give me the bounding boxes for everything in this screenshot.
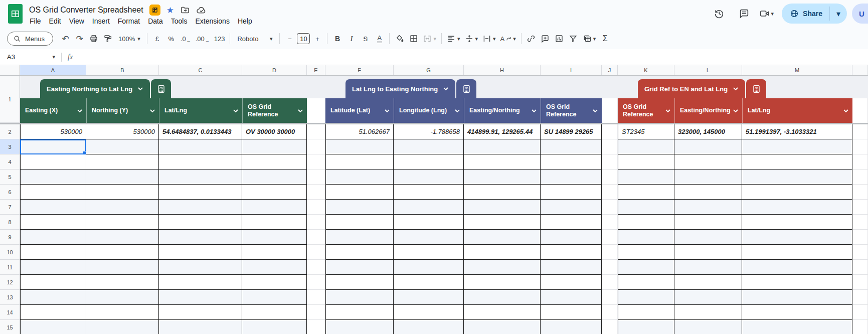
cell-C8[interactable] [159,215,242,230]
cell-G3[interactable] [394,139,464,154]
column-header-I[interactable]: I [541,65,602,75]
table-chip-3[interactable]: Grid Ref to EN and Lat Lng [638,79,745,98]
cell-I11[interactable] [541,260,602,275]
cell-I10[interactable] [541,245,602,260]
cell-F11[interactable] [325,260,394,275]
cell-I9[interactable] [541,230,602,245]
cell-B3[interactable] [86,139,159,154]
table-header-os-grid-reference[interactable]: OS Grid Reference [242,98,307,123]
cell-D13[interactable] [242,290,307,305]
cell-H7[interactable] [464,200,541,215]
cell-M15[interactable] [742,320,852,334]
cell-M9[interactable] [742,230,852,245]
cell-G10[interactable] [394,245,464,260]
text-wrap-button[interactable]: ▾ [480,32,498,46]
menu-tools[interactable]: Tools [167,16,192,26]
cell-F2[interactable]: 51.062667 [325,124,394,139]
cell-J8[interactable] [602,215,618,230]
cell-M4[interactable] [742,154,852,170]
column-header-E[interactable]: E [307,65,325,75]
insert-chart-button[interactable] [553,32,566,46]
cell-E7[interactable] [307,200,325,215]
move-folder-icon[interactable] [180,5,190,15]
text-color-button[interactable]: A [373,32,386,46]
fill-color-button[interactable] [393,32,406,46]
cell-D10[interactable] [242,245,307,260]
sheets-logo-icon[interactable] [8,4,23,28]
cell-B11[interactable] [86,260,159,275]
font-size-increase-button[interactable]: + [310,32,324,46]
cell-F8[interactable] [325,215,394,230]
row-header-9[interactable]: 9 [0,230,20,245]
cell-L12[interactable] [674,275,742,290]
cell-F3[interactable] [325,139,394,154]
cell-C10[interactable] [159,245,242,260]
cell-J14[interactable] [602,305,618,320]
cell-partial12[interactable] [852,275,868,290]
cell-H9[interactable] [464,230,541,245]
cell-partial11[interactable] [852,260,868,275]
cell-E14[interactable] [307,305,325,320]
cell-partial15[interactable] [852,320,868,334]
insert-link-button[interactable] [525,32,538,46]
cell-C15[interactable] [159,320,242,334]
table-calculator-button[interactable] [456,79,476,98]
cell-I2[interactable]: SU 14899 29265 [541,124,602,139]
cell-A8[interactable] [20,215,86,230]
cell-E5[interactable] [307,170,325,185]
cell-K14[interactable] [618,305,674,320]
cell-A11[interactable] [20,260,86,275]
row-header-10[interactable]: 10 [0,245,20,260]
cell-M7[interactable] [742,200,852,215]
cell-L6[interactable] [674,185,742,200]
cell-M14[interactable] [742,305,852,320]
column-header-M[interactable]: M [742,65,852,75]
cell-A12[interactable] [20,275,86,290]
cell-F6[interactable] [325,185,394,200]
cell-G7[interactable] [394,200,464,215]
cell-G8[interactable] [394,215,464,230]
cell-D4[interactable] [242,154,307,170]
cell-J13[interactable] [602,290,618,305]
cell-B13[interactable] [86,290,159,305]
cell-M13[interactable] [742,290,852,305]
cell-partial2[interactable] [852,124,868,139]
cell-I7[interactable] [541,200,602,215]
cell-H13[interactable] [464,290,541,305]
document-title[interactable]: OS Grid Converter Spreadsheet [29,6,143,15]
cell-D5[interactable] [242,170,307,185]
cell-partial14[interactable] [852,305,868,320]
zoom-control[interactable]: 100% ▾ [115,32,144,46]
cell-L2[interactable]: 323000, 145000 [674,124,742,139]
cell-E1[interactable] [307,98,325,123]
menu-edit[interactable]: Edit [45,16,65,26]
cell-G13[interactable] [394,290,464,305]
table-header-lat-lng[interactable]: Lat/Lng [159,98,242,123]
cell-L3[interactable] [674,139,742,154]
cell-M10[interactable] [742,245,852,260]
column-header-K[interactable]: K [618,65,674,75]
cell-C12[interactable] [159,275,242,290]
row-header-8[interactable]: 8 [0,215,20,230]
cell-D9[interactable] [242,230,307,245]
column-header-B[interactable]: B [86,65,159,75]
cell-M6[interactable] [742,185,852,200]
cell-D2[interactable]: OV 30000 30000 [242,124,307,139]
column-header-J[interactable]: J [602,65,618,75]
table-calculator-button[interactable] [746,79,766,98]
paint-format-button[interactable] [101,32,114,46]
row-header-4[interactable]: 4 [0,154,20,170]
cell-I15[interactable] [541,320,602,334]
cell-E13[interactable] [307,290,325,305]
row-header-2[interactable]: 2 [0,124,20,139]
menu-extensions[interactable]: Extensions [191,16,233,26]
currency-format-button[interactable]: £ [150,32,164,46]
table-header-easting-northing[interactable]: Easting/Northing [464,98,541,123]
table-header-northing-y-[interactable]: Northing (Y) [86,98,159,123]
cell-K6[interactable] [618,185,674,200]
cell-A4[interactable] [20,154,86,170]
column-header-A[interactable]: A [20,65,86,75]
column-header-partial[interactable] [852,65,868,75]
cell-C14[interactable] [159,305,242,320]
cell-D6[interactable] [242,185,307,200]
